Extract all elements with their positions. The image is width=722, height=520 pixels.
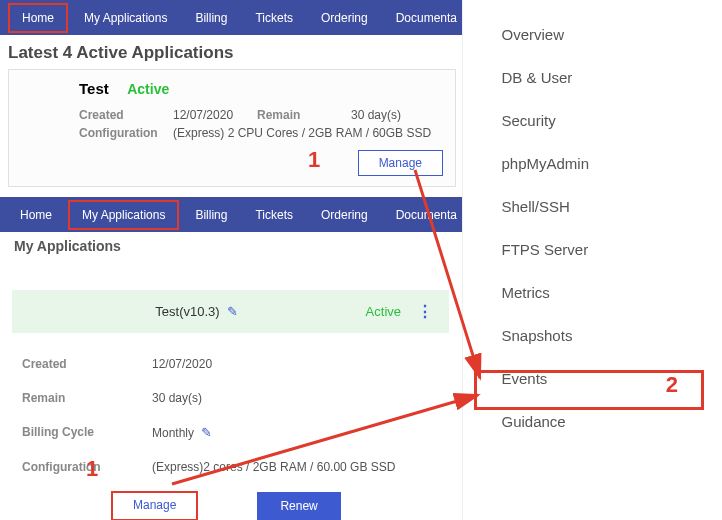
nav2-home[interactable]: Home (8, 202, 64, 228)
nav2-myapps[interactable]: My Applications (68, 200, 179, 230)
nav2-docs[interactable]: Documenta (384, 202, 469, 228)
manage-button-lower[interactable]: Manage (112, 492, 197, 520)
config-v: (Express)2 cores / 2GB RAM / 60.00 GB SS… (152, 460, 395, 474)
config-l: Configuration (22, 460, 152, 474)
renew-button[interactable]: Renew (257, 492, 340, 520)
side-metrics[interactable]: Metrics (488, 272, 698, 313)
latest-apps-title: Latest 4 Active Applications (0, 35, 462, 69)
nav-myapps[interactable]: My Applications (72, 5, 179, 31)
remain-label: Remain (257, 108, 337, 122)
config-label: Configuration (79, 126, 159, 140)
side-overview[interactable]: Overview (488, 14, 698, 55)
myapp-detail: Created 12/07/2020 Remain 30 day(s) Bill… (12, 339, 449, 520)
myapp-status: Active (366, 304, 401, 319)
myapp-title: Test(v10.3) (155, 304, 219, 319)
nav-tickets[interactable]: Tickets (243, 5, 305, 31)
created-label: Created (79, 108, 159, 122)
nav2-billing[interactable]: Billing (183, 202, 239, 228)
side-phpmyadmin[interactable]: phpMyAdmin (488, 143, 698, 184)
nav-second: Home My Applications Billing Tickets Ord… (0, 197, 462, 232)
side-menu: Overview DB & User Security phpMyAdmin S… (462, 0, 722, 520)
edit-title-icon[interactable]: ✎ (227, 304, 238, 319)
nav2-tickets[interactable]: Tickets (243, 202, 305, 228)
config-val: (Express) 2 CPU Cores / 2GB RAM / 60GB S… (173, 126, 431, 140)
created-val: 12/07/2020 (173, 108, 243, 122)
side-shellssh[interactable]: Shell/SSH (488, 186, 698, 227)
nav-docs[interactable]: Documenta (384, 5, 469, 31)
side-snapshots[interactable]: Snapshots (488, 315, 698, 356)
remain-v: 30 day(s) (152, 391, 202, 405)
side-guidance[interactable]: Guidance (488, 401, 698, 442)
nav-home[interactable]: Home (8, 3, 68, 33)
app-status: Active (127, 81, 169, 97)
remain-val: 30 day(s) (351, 108, 421, 122)
side-dbuser[interactable]: DB & User (488, 57, 698, 98)
nav2-ordering[interactable]: Ordering (309, 202, 380, 228)
app-name: Test (79, 80, 109, 97)
billing-v: Monthly (152, 426, 194, 440)
myapp-header: Test(v10.3) ✎ Active ⋮ (12, 290, 449, 333)
side-ftps[interactable]: FTPS Server (488, 229, 698, 270)
app-card: Test Active Created 12/07/2020 Remain 30… (8, 69, 456, 187)
kebab-menu-icon[interactable]: ⋮ (417, 302, 433, 321)
nav-ordering[interactable]: Ordering (309, 5, 380, 31)
manage-button-top[interactable]: Manage (358, 150, 443, 176)
remain-l: Remain (22, 391, 152, 405)
nav-top: Home My Applications Billing Tickets Ord… (0, 0, 462, 35)
created-l: Created (22, 357, 152, 371)
nav-billing[interactable]: Billing (183, 5, 239, 31)
side-events[interactable]: Events (488, 358, 698, 399)
created-v: 12/07/2020 (152, 357, 212, 371)
side-security[interactable]: Security (488, 100, 698, 141)
myapps-heading: My Applications (0, 232, 462, 260)
edit-billing-icon[interactable]: ✎ (201, 425, 212, 440)
billing-l: Billing Cycle (22, 425, 152, 440)
